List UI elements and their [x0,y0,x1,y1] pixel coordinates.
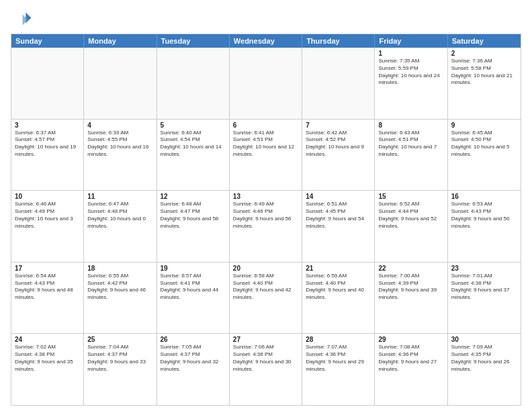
day-info: Sunrise: 7:09 AM Sunset: 4:35 PM Dayligh… [451,344,517,373]
day-number: 3 [15,122,80,129]
logo-icon [11,8,32,30]
calendar-cell: 14Sunrise: 6:51 AM Sunset: 4:45 PM Dayli… [302,191,375,262]
calendar-cell: 2Sunrise: 7:36 AM Sunset: 5:58 PM Daylig… [448,48,521,119]
calendar-row-4: 17Sunrise: 6:54 AM Sunset: 4:43 PM Dayli… [11,262,521,334]
calendar-cell: 11Sunrise: 6:47 AM Sunset: 4:48 PM Dayli… [84,191,157,262]
day-number: 10 [15,193,80,200]
day-number: 8 [378,122,443,129]
day-number: 5 [161,122,226,129]
day-info: Sunrise: 6:54 AM Sunset: 4:43 PM Dayligh… [15,273,80,302]
calendar-row-1: 1Sunrise: 7:35 AM Sunset: 5:59 PM Daylig… [11,48,521,119]
day-number: 16 [451,193,517,200]
svg-marker-0 [26,12,31,23]
calendar: SundayMondayTuesdayWednesdayThursdayFrid… [11,34,521,406]
calendar-cell: 18Sunrise: 6:55 AM Sunset: 4:42 PM Dayli… [84,263,157,334]
day-number: 4 [87,122,152,129]
day-number: 26 [161,336,226,343]
calendar-cell: 21Sunrise: 6:59 AM Sunset: 4:40 PM Dayli… [302,263,375,334]
calendar-cell: 23Sunrise: 7:01 AM Sunset: 4:38 PM Dayli… [448,263,521,334]
day-number: 15 [378,193,443,200]
calendar-cell: 27Sunrise: 7:06 AM Sunset: 4:36 PM Dayli… [230,334,302,405]
header-day-monday: Monday [84,34,157,48]
day-info: Sunrise: 6:48 AM Sunset: 4:47 PM Dayligh… [161,201,226,230]
day-number: 19 [161,265,226,272]
day-info: Sunrise: 7:36 AM Sunset: 5:58 PM Dayligh… [451,58,517,87]
calendar-cell: 26Sunrise: 7:05 AM Sunset: 4:37 PM Dayli… [157,334,230,405]
day-info: Sunrise: 6:39 AM Sunset: 4:55 PM Dayligh… [87,130,152,158]
day-number: 25 [87,336,152,343]
calendar-cell: 4Sunrise: 6:39 AM Sunset: 4:55 PM Daylig… [84,120,157,191]
calendar-cell: 10Sunrise: 6:46 AM Sunset: 4:49 PM Dayli… [11,191,84,262]
calendar-cell [84,48,157,119]
day-info: Sunrise: 6:57 AM Sunset: 4:41 PM Dayligh… [161,273,226,302]
day-info: Sunrise: 6:41 AM Sunset: 4:53 PM Dayligh… [233,130,298,158]
day-info: Sunrise: 6:58 AM Sunset: 4:40 PM Dayligh… [233,273,298,302]
day-info: Sunrise: 6:43 AM Sunset: 4:51 PM Dayligh… [378,130,443,158]
calendar-row-2: 3Sunrise: 6:37 AM Sunset: 4:57 PM Daylig… [11,119,521,191]
calendar-cell: 13Sunrise: 6:49 AM Sunset: 4:46 PM Dayli… [230,191,302,262]
calendar-cell [11,48,84,119]
day-info: Sunrise: 7:00 AM Sunset: 4:39 PM Dayligh… [378,273,443,302]
header-day-thursday: Thursday [302,34,375,48]
day-number: 28 [306,336,371,343]
header-day-saturday: Saturday [448,34,521,48]
day-info: Sunrise: 7:06 AM Sunset: 4:36 PM Dayligh… [233,344,298,373]
calendar-cell [302,48,375,119]
calendar-cell: 16Sunrise: 6:53 AM Sunset: 4:43 PM Dayli… [448,191,521,262]
day-info: Sunrise: 7:08 AM Sunset: 4:36 PM Dayligh… [378,344,443,373]
day-info: Sunrise: 7:01 AM Sunset: 4:38 PM Dayligh… [451,273,517,302]
day-info: Sunrise: 6:45 AM Sunset: 4:50 PM Dayligh… [451,130,517,158]
logo [11,8,35,30]
day-number: 21 [306,265,371,272]
day-number: 22 [378,265,443,272]
day-info: Sunrise: 6:42 AM Sunset: 4:52 PM Dayligh… [306,130,371,158]
header [11,8,521,30]
calendar-cell: 5Sunrise: 6:40 AM Sunset: 4:54 PM Daylig… [157,120,230,191]
header-day-friday: Friday [375,34,447,48]
calendar-cell: 20Sunrise: 6:58 AM Sunset: 4:40 PM Dayli… [230,263,302,334]
calendar-cell: 8Sunrise: 6:43 AM Sunset: 4:51 PM Daylig… [375,120,447,191]
calendar-cell [230,48,302,119]
day-info: Sunrise: 6:51 AM Sunset: 4:45 PM Dayligh… [306,201,371,230]
header-day-sunday: Sunday [11,34,84,48]
header-day-wednesday: Wednesday [230,34,302,48]
calendar-cell: 3Sunrise: 6:37 AM Sunset: 4:57 PM Daylig… [11,120,84,191]
calendar-cell: 29Sunrise: 7:08 AM Sunset: 4:36 PM Dayli… [375,334,447,405]
day-info: Sunrise: 7:04 AM Sunset: 4:37 PM Dayligh… [87,344,152,373]
calendar-cell: 15Sunrise: 6:52 AM Sunset: 4:44 PM Dayli… [375,191,447,262]
day-number: 23 [451,265,517,272]
day-number: 27 [233,336,298,343]
day-info: Sunrise: 6:40 AM Sunset: 4:54 PM Dayligh… [161,130,226,158]
calendar-cell: 25Sunrise: 7:04 AM Sunset: 4:37 PM Dayli… [84,334,157,405]
day-info: Sunrise: 7:35 AM Sunset: 5:59 PM Dayligh… [378,58,443,87]
day-number: 30 [451,336,517,343]
day-info: Sunrise: 6:37 AM Sunset: 4:57 PM Dayligh… [15,130,80,158]
day-number: 7 [306,122,371,129]
calendar-row-3: 10Sunrise: 6:46 AM Sunset: 4:49 PM Dayli… [11,190,521,262]
day-info: Sunrise: 6:55 AM Sunset: 4:42 PM Dayligh… [87,273,152,302]
day-number: 1 [378,50,443,57]
day-number: 9 [451,122,517,129]
calendar-cell: 28Sunrise: 7:07 AM Sunset: 4:36 PM Dayli… [302,334,375,405]
day-number: 29 [378,336,443,343]
calendar-cell [157,48,230,119]
calendar-cell: 24Sunrise: 7:02 AM Sunset: 4:38 PM Dayli… [11,334,84,405]
calendar-body: 1Sunrise: 7:35 AM Sunset: 5:59 PM Daylig… [11,48,521,405]
day-info: Sunrise: 6:49 AM Sunset: 4:46 PM Dayligh… [233,201,298,230]
calendar-cell: 9Sunrise: 6:45 AM Sunset: 4:50 PM Daylig… [448,120,521,191]
day-info: Sunrise: 6:46 AM Sunset: 4:49 PM Dayligh… [15,201,80,230]
calendar-cell: 12Sunrise: 6:48 AM Sunset: 4:47 PM Dayli… [157,191,230,262]
day-info: Sunrise: 6:47 AM Sunset: 4:48 PM Dayligh… [87,201,152,230]
header-day-tuesday: Tuesday [157,34,230,48]
calendar-cell: 6Sunrise: 6:41 AM Sunset: 4:53 PM Daylig… [230,120,302,191]
calendar-cell: 1Sunrise: 7:35 AM Sunset: 5:59 PM Daylig… [375,48,447,119]
page: SundayMondayTuesdayWednesdayThursdayFrid… [0,0,532,411]
calendar-row-5: 24Sunrise: 7:02 AM Sunset: 4:38 PM Dayli… [11,333,521,405]
calendar-cell: 22Sunrise: 7:00 AM Sunset: 4:39 PM Dayli… [375,263,447,334]
day-number: 13 [233,193,298,200]
day-info: Sunrise: 7:05 AM Sunset: 4:37 PM Dayligh… [161,344,226,373]
day-number: 2 [451,50,517,57]
day-info: Sunrise: 6:52 AM Sunset: 4:44 PM Dayligh… [378,201,443,230]
calendar-cell: 17Sunrise: 6:54 AM Sunset: 4:43 PM Dayli… [11,263,84,334]
day-info: Sunrise: 6:59 AM Sunset: 4:40 PM Dayligh… [306,273,371,302]
